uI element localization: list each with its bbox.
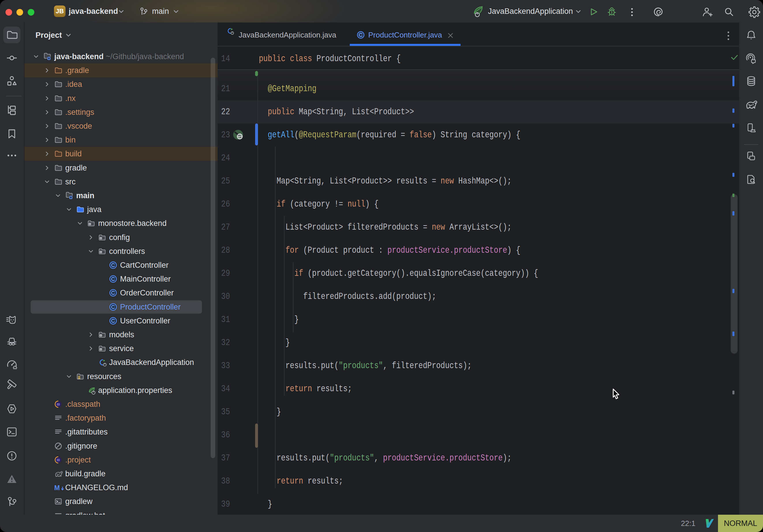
svg-text:M: M: [54, 484, 60, 491]
